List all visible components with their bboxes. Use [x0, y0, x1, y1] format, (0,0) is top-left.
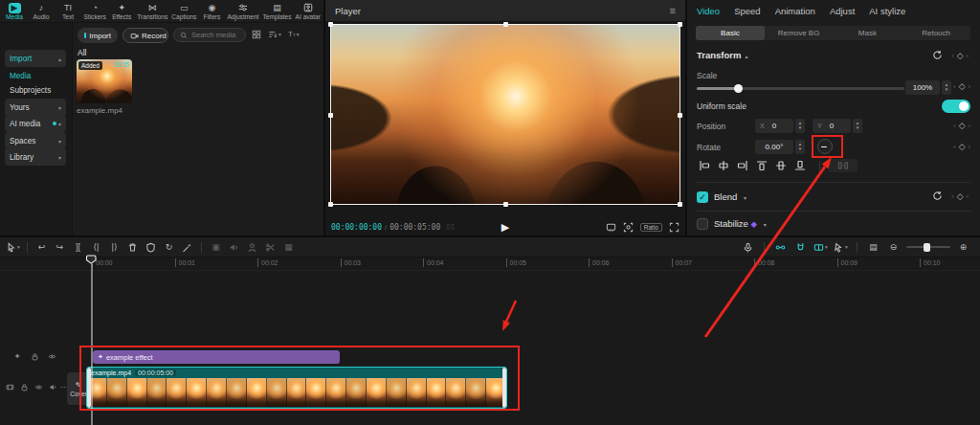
transform-handle[interactable]	[678, 22, 682, 27]
magic-wand-icon[interactable]	[180, 240, 194, 255]
toolbar-item-captions[interactable]: ▭Captions	[171, 3, 196, 20]
subtab-mask[interactable]: Mask	[834, 26, 902, 40]
clip-trim-handle-left[interactable]	[87, 368, 91, 408]
transform-handle[interactable]	[328, 22, 333, 27]
zoom-slider-knob[interactable]	[924, 243, 930, 252]
prev-keyframe-icon[interactable]: ‹	[951, 52, 954, 60]
focus-icon[interactable]	[623, 222, 634, 233]
redo-icon[interactable]: ↪	[53, 240, 67, 255]
fit-screen-icon[interactable]	[606, 222, 616, 233]
toolbar-item-stickers[interactable]: ◔Stickers	[83, 3, 106, 20]
subtab-basic[interactable]: Basic	[696, 26, 765, 40]
toolbar-item-ai-avatar[interactable]: AI avatar	[296, 3, 321, 20]
sidebar-item-yours[interactable]: Yours▾	[5, 99, 66, 116]
effect-clip[interactable]: ✦ example effect	[93, 350, 340, 364]
transform-handle[interactable]	[328, 113, 333, 118]
player-menu-icon[interactable]: ≡	[670, 5, 676, 16]
uniform-scale-toggle[interactable]	[942, 100, 970, 113]
preview-axis-icon[interactable]: ▾	[813, 240, 828, 255]
toolbar-item-filters[interactable]: ◉Filters	[200, 3, 223, 20]
fullscreen-icon[interactable]	[669, 222, 679, 233]
video-clip[interactable]: example.mp4 00:00:05:00	[86, 367, 507, 409]
tab-speed[interactable]: Speed	[734, 6, 760, 16]
rotate-value-field[interactable]: 0.00°	[755, 140, 793, 154]
tab-ai-stylize[interactable]: AI stylize	[869, 6, 905, 16]
sidebar-item-spaces[interactable]: Spaces▾	[5, 132, 66, 149]
toolbar-item-effects[interactable]: ✦Effects	[110, 3, 133, 20]
keyframe-diamond-icon[interactable]: ◇	[957, 191, 964, 201]
next-keyframe-icon[interactable]: ›	[967, 52, 969, 60]
sort-icon[interactable]: ▾	[268, 30, 281, 39]
align-left-icon[interactable]	[697, 159, 712, 172]
transform-handle[interactable]	[503, 22, 508, 27]
keyframe-diamond-icon[interactable]: ◇	[957, 51, 964, 60]
link-keyframe-icon[interactable]	[773, 240, 788, 255]
split-right-icon[interactable]: |⟩	[107, 240, 122, 255]
align-center-h-icon[interactable]	[716, 159, 731, 172]
split-left-icon[interactable]: ⟨|	[89, 240, 103, 255]
transform-handle[interactable]	[328, 202, 333, 207]
undo-icon[interactable]: ↩	[34, 240, 49, 255]
align-top-icon[interactable]	[754, 159, 769, 172]
transform-handle[interactable]	[678, 202, 682, 207]
zoom-in-icon[interactable]: ⊕	[956, 240, 970, 255]
toolbar-item-media[interactable]: ▶Media	[3, 3, 26, 20]
search-input[interactable]: Search media	[173, 28, 246, 42]
grid-view-icon[interactable]	[252, 30, 261, 39]
snap-cursor-icon[interactable]: ▾	[834, 240, 848, 255]
position-x-field[interactable]: X0	[755, 119, 793, 133]
mask-icon[interactable]	[144, 240, 158, 255]
zoom-out-icon[interactable]: ⊖	[886, 240, 901, 255]
play-button[interactable]: ▶	[501, 221, 509, 234]
reverse-icon[interactable]: ↻	[162, 240, 176, 255]
reset-transform-icon[interactable]	[932, 50, 943, 60]
reset-blend-icon[interactable]	[932, 190, 943, 201]
subtab-retouch[interactable]: Retouch	[902, 26, 970, 40]
split-icon[interactable]: ][	[71, 240, 85, 255]
scale-slider-knob[interactable]	[734, 84, 743, 93]
track-height-icon[interactable]: ▤	[866, 240, 880, 255]
cutout-icon[interactable]	[263, 240, 278, 255]
delete-icon[interactable]	[125, 240, 140, 255]
transform-section-title[interactable]: Transform▴	[697, 50, 747, 60]
tab-adjust[interactable]: Adjust	[830, 6, 855, 16]
record-button[interactable]: Record	[122, 28, 168, 43]
align-right-icon[interactable]	[735, 159, 750, 172]
scale-stepper[interactable]: ▲▼	[942, 80, 951, 95]
rotate-dial[interactable]	[817, 139, 833, 154]
tab-video[interactable]: Video	[697, 6, 720, 16]
sidebar-item-media[interactable]: Media	[10, 69, 31, 82]
mic-icon[interactable]	[741, 240, 755, 255]
scale-slider[interactable]	[697, 87, 904, 90]
lock-icon[interactable]	[29, 350, 40, 362]
keyframe-diamond-icon[interactable]: ◇	[959, 81, 966, 91]
media-item-thumbnail[interactable]: Added 00:05	[77, 59, 132, 103]
scale-value-field[interactable]: 100%	[905, 80, 940, 95]
clip-volume-icon[interactable]	[227, 240, 241, 255]
position-y-field[interactable]: Y0	[813, 119, 851, 133]
sidebar-item-ai-media[interactable]: AI media▾	[5, 115, 66, 132]
group-icon[interactable]: ▣	[209, 240, 223, 255]
frame-step-icons[interactable]: ▯▯	[446, 223, 456, 231]
sidebar-item-import[interactable]: Import▴	[5, 50, 66, 67]
rotate-stepper[interactable]: ▲▼	[795, 140, 805, 154]
transform-handle[interactable]	[503, 202, 508, 207]
toolbar-item-transitions[interactable]: ⋈Transitions	[137, 3, 167, 20]
video-preview[interactable]	[330, 24, 680, 205]
toolbar-item-text[interactable]: TIText	[56, 3, 79, 20]
position-x-stepper[interactable]: ▲▼	[795, 119, 805, 133]
ai-character-icon[interactable]	[245, 240, 259, 255]
ratio-button[interactable]: Ratio	[640, 223, 662, 232]
stabilize-checkbox[interactable]	[697, 218, 708, 230]
eye-icon[interactable]	[46, 350, 57, 362]
blend-label[interactable]: Blend ▾	[714, 191, 746, 202]
sidebar-item-library[interactable]: Library▾	[5, 148, 66, 166]
blend-checkbox[interactable]: ✓	[697, 191, 708, 203]
tab-animation[interactable]: Animation	[775, 6, 815, 16]
toolbar-item-templates[interactable]: ▤Templates	[262, 3, 291, 20]
transform-handle[interactable]	[678, 113, 682, 118]
stabilize-label[interactable]: Stabilize ◆ ▾	[714, 218, 767, 229]
align-bottom-icon[interactable]	[792, 159, 808, 172]
eye-icon[interactable]	[33, 381, 44, 392]
toolbar-item-audio[interactable]: ♪Audio	[30, 3, 53, 20]
